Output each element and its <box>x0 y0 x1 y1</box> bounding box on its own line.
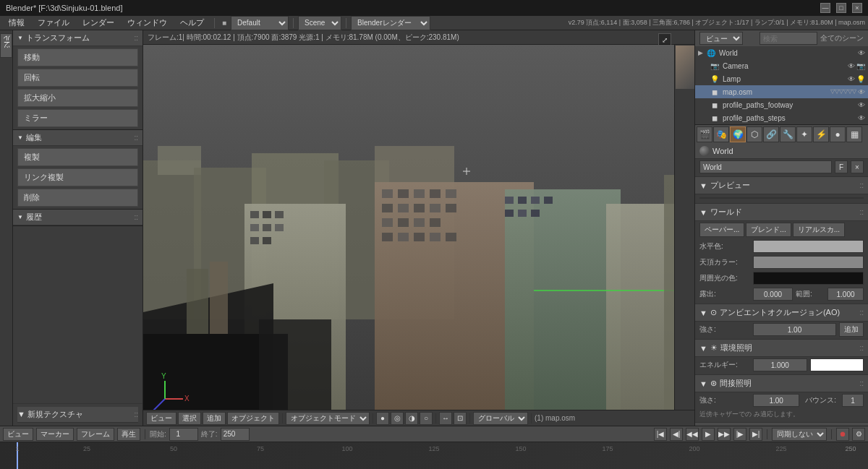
outliner-item-paths-footway[interactable]: ◼ profile_paths_footway 👁 <box>695 98 868 111</box>
rotate-button[interactable]: 回転 <box>17 69 138 87</box>
workspace-select[interactable]: Default <box>231 16 289 30</box>
bounces-field[interactable]: 1 <box>842 394 864 407</box>
timeline-frame-btn[interactable]: フレーム <box>77 428 114 441</box>
footway-visibility-icon[interactable]: 👁 <box>858 101 865 109</box>
move-button[interactable]: 移動 <box>17 48 138 66</box>
texture-btn[interactable]: ▦ <box>846 126 862 142</box>
timeline-marker-btn[interactable]: マーカー <box>36 428 74 441</box>
env-energy-field[interactable]: 1.000 <box>753 358 807 371</box>
menu-render[interactable]: レンダー <box>77 16 120 30</box>
duplicate-button[interactable]: 複製 <box>17 148 138 166</box>
edit-section-header[interactable]: ▼ 編集 :: <box>13 130 142 146</box>
maximize-button[interactable]: □ <box>836 3 846 13</box>
manipulator-btn[interactable]: ↔ <box>439 412 452 425</box>
menu-file[interactable]: ファイル <box>32 16 75 30</box>
preview-section-header[interactable]: ▼ プレビュー :: <box>695 176 868 194</box>
delete-button[interactable]: 削除 <box>17 189 138 207</box>
new-texture-header[interactable]: ▼ 新規テクスチャ :: <box>17 407 138 423</box>
ao-section-header[interactable]: ▼ ⊙ アンビエントオクルージョン(AO) :: <box>695 304 868 322</box>
tools-tab[interactable]: ツール <box>0 33 12 58</box>
horizon-color-swatch[interactable] <box>753 240 864 253</box>
record-btn[interactable]: ⏺ <box>836 428 849 441</box>
viewport-content[interactable]: X Y Z <box>143 45 694 410</box>
world-minus-btn[interactable]: × <box>851 160 864 173</box>
step-forward-btn[interactable]: |▶ <box>733 428 746 441</box>
lamp-visibility-icon[interactable]: 👁 <box>848 75 855 83</box>
world-f-btn[interactable]: F <box>835 160 848 173</box>
snap-btn[interactable]: ⊡ <box>454 412 467 425</box>
world-props-btn active[interactable]: 🌍 <box>730 126 746 142</box>
physics-btn[interactable]: ⚡ <box>813 126 829 142</box>
zenith-color-swatch[interactable] <box>753 256 864 269</box>
outliner-item-world[interactable]: ▶ 🌐 World 👁 <box>695 46 868 59</box>
pivot-select[interactable]: グローバル <box>473 412 528 425</box>
ambient-color-swatch[interactable] <box>753 272 864 285</box>
outliner-item-paths-steps[interactable]: ◼ profile_paths_steps 👁 <box>695 111 868 124</box>
ao-strength-field[interactable]: 1.00 <box>753 323 836 336</box>
step-back-btn[interactable]: ◀| <box>670 428 683 441</box>
close-button[interactable]: × <box>852 3 862 13</box>
timeline-view-btn[interactable]: ビュー <box>3 428 33 441</box>
outliner-view-select[interactable]: ビュー <box>699 32 743 45</box>
lamp-render-icon[interactable]: 💡 <box>856 75 865 83</box>
outliner-item-camera[interactable]: 📷 Camera 👁 📷 <box>695 59 868 72</box>
constraints-btn[interactable]: 🔗 <box>763 126 779 142</box>
renderer-select[interactable]: Blenderレンダー <box>351 16 430 30</box>
timeline-track[interactable]: 1 25 50 75 100 125 150 175 200 225 250 <box>0 442 868 469</box>
mode-select[interactable]: オブジェクトモード <box>286 412 370 425</box>
menu-help[interactable]: ヘルプ <box>174 16 210 30</box>
timeline-play-btn[interactable]: 再生 <box>117 428 140 441</box>
exposure-field[interactable]: 0.000 <box>753 288 793 301</box>
sync-select[interactable]: 同期しない <box>772 428 827 441</box>
object-props-btn[interactable]: ⬡ <box>746 126 762 142</box>
indirect-strength-field[interactable]: 1.00 <box>753 394 799 407</box>
mirror-button[interactable]: ミラー <box>17 109 138 127</box>
modifier-btn[interactable]: 🔧 <box>780 126 796 142</box>
jump-end-btn[interactable]: ▶| <box>749 428 762 441</box>
viewport-shading-rendered[interactable]: ○ <box>420 412 433 425</box>
range-field[interactable]: 1.000 <box>827 288 864 301</box>
menu-info[interactable]: 情報 <box>3 16 30 30</box>
start-frame[interactable] <box>169 428 198 441</box>
particles-btn[interactable]: ✦ <box>796 126 812 142</box>
outliner-search[interactable] <box>760 32 817 45</box>
camera-render-icon[interactable]: 📷 <box>856 62 865 70</box>
menu-window[interactable]: ウィンドウ <box>122 16 173 30</box>
minimize-button[interactable]: — <box>820 3 830 13</box>
env-light-section-header[interactable]: ▼ ☀ 環境照明 :: <box>695 339 868 357</box>
steps-visibility-icon[interactable]: 👁 <box>858 114 865 122</box>
view-menu-btn[interactable]: ビュー <box>146 412 176 425</box>
env-color-swatch[interactable] <box>810 358 864 371</box>
select-menu-btn[interactable]: 選択 <box>178 412 201 425</box>
maposm-visibility-icon[interactable]: 👁 <box>858 88 865 96</box>
world-visibility-icon[interactable]: 👁 <box>858 49 865 57</box>
jump-start-btn[interactable]: |◀ <box>654 428 667 441</box>
play-forward-btn[interactable]: ▶▶ <box>718 428 731 441</box>
add-menu-btn[interactable]: 追加 <box>203 412 226 425</box>
timeline-extra-btn[interactable]: ⚙ <box>852 428 865 441</box>
indirect-section-header[interactable]: ▼ ⊛ 間接照明 :: <box>695 374 868 392</box>
link-duplicate-button[interactable]: リンク複製 <box>17 168 138 186</box>
outliner-item-lamp[interactable]: 💡 Lamp 👁 💡 <box>695 72 868 85</box>
world-section-header[interactable]: ▼ ワールド :: <box>695 203 868 221</box>
outliner-item-maposm[interactable]: ◼ map.osm ▽▽▽▽▽▽ 👁 <box>695 85 868 98</box>
render-props-btn[interactable]: 🎬 <box>697 126 712 142</box>
world-name-input[interactable] <box>699 160 832 173</box>
camera-visibility-icon[interactable]: 👁 <box>848 62 855 70</box>
object-menu-btn[interactable]: オブジェクト <box>227 412 279 425</box>
scene-props-btn[interactable]: 🎭 <box>713 126 729 142</box>
transform-section-header[interactable]: ▼ トランスフォーム :: <box>13 30 142 46</box>
viewport-shading-material[interactable]: ◑ <box>405 412 418 425</box>
blend-sky-btn[interactable]: ブレンド... <box>746 223 791 237</box>
thumbnail-1[interactable] <box>676 46 694 89</box>
material-btn[interactable]: ● <box>830 126 846 142</box>
real-sky-btn[interactable]: リアルスカ... <box>793 223 845 237</box>
end-frame[interactable] <box>221 428 250 441</box>
history-section-header[interactable]: ▼ 履歴 :: <box>13 210 142 225</box>
play-reverse-btn[interactable]: ◀◀ <box>686 428 699 441</box>
viewport-shading-solid[interactable]: ● <box>376 412 389 425</box>
scale-button[interactable]: 拡大縮小 <box>17 89 138 107</box>
viewport-shading-wire[interactable]: ◎ <box>391 412 404 425</box>
scene-select[interactable]: Scene <box>298 16 341 30</box>
paper-sky-btn[interactable]: ペーパー... <box>699 223 744 237</box>
